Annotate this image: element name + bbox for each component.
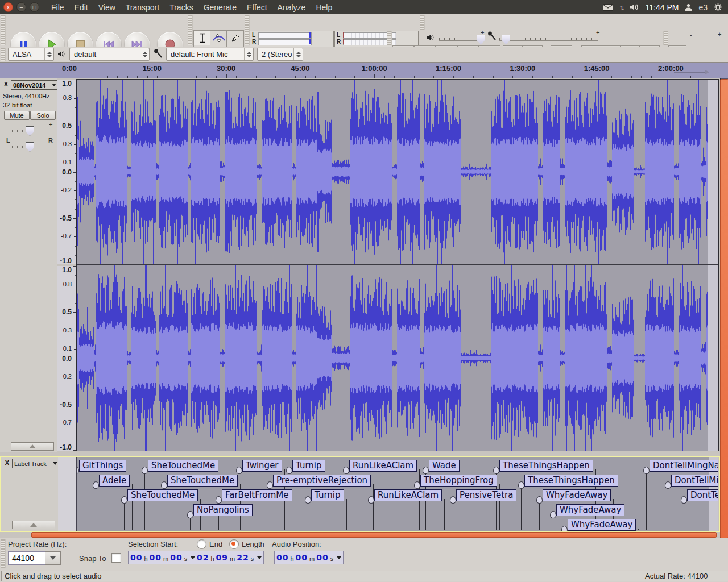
horizontal-scrollbar[interactable]: [31, 532, 717, 538]
snap-to-checkbox[interactable]: [111, 553, 121, 563]
label-handle[interactable]: [216, 496, 222, 504]
selection-toolbar-grip[interactable]: [1, 539, 6, 568]
waveform-channel-left[interactable]: [77, 80, 708, 264]
label-handle[interactable]: [423, 467, 429, 474]
label-handle[interactable]: [368, 496, 374, 504]
menu-help[interactable]: Help: [311, 3, 337, 12]
vertical-scale-ruler[interactable]: 1.00.80.50.30.10.0-0.2-0.5-0.7-1.0: [57, 80, 77, 264]
label[interactable]: RunLikeAClam: [374, 489, 442, 501]
label[interactable]: Adele: [99, 475, 130, 487]
label-handle[interactable]: [305, 496, 311, 504]
clock[interactable]: 11:44 PM: [646, 3, 679, 12]
label-handle[interactable]: [561, 526, 568, 531]
label[interactable]: WhyFadeAway: [568, 519, 636, 531]
label-track-close-button[interactable]: X: [3, 459, 11, 467]
track-control-panel[interactable]: X 08Nov2014 Stereo, 44100Hz 32-bit float…: [0, 78, 57, 452]
project-rate-dropdown[interactable]: [46, 551, 61, 565]
label[interactable]: Turnip: [292, 460, 325, 472]
length-radio[interactable]: [229, 539, 239, 549]
track-collapse-button[interactable]: [11, 442, 54, 451]
label[interactable]: RunLikeAClam: [349, 460, 417, 472]
label[interactable]: DontTellMingNa: [650, 460, 718, 472]
label[interactable]: Wade: [429, 460, 460, 472]
label[interactable]: Twinger: [242, 460, 282, 472]
label[interactable]: SheTouchedMe: [167, 475, 238, 487]
label[interactable]: TheseThingsHappen: [524, 475, 618, 487]
label-handle[interactable]: [267, 481, 273, 489]
gain-slider-thumb[interactable]: [26, 126, 34, 136]
label[interactable]: Turnip: [311, 489, 344, 501]
label-handle[interactable]: [121, 496, 127, 504]
selection-tool-button[interactable]: [193, 30, 211, 46]
label[interactable]: WhyFadeAway: [543, 489, 611, 501]
label-handle[interactable]: [643, 467, 650, 474]
end-radio[interactable]: [197, 539, 206, 549]
vertical-scrollbar[interactable]: [720, 79, 728, 538]
output-volume-thumb[interactable]: [477, 35, 485, 44]
menu-analyze[interactable]: Analyze: [272, 3, 311, 12]
label[interactable]: DontTellMingNa: [687, 489, 718, 501]
label[interactable]: SheTouchedMe: [148, 460, 218, 472]
playback-device-select[interactable]: default: [69, 48, 150, 61]
envelope-tool-button[interactable]: [210, 30, 228, 46]
label-track-panel[interactable]: X Label Track: [1, 457, 59, 531]
input-volume-thumb[interactable]: [502, 35, 510, 44]
mail-icon[interactable]: [603, 4, 613, 11]
waveform-clip[interactable]: [76, 79, 719, 451]
pan-slider-thumb[interactable]: [26, 142, 34, 152]
label[interactable]: FarBeltFromMe: [222, 489, 292, 501]
label-track-name-menu[interactable]: Label Track: [12, 459, 60, 468]
project-rate-select[interactable]: 44100: [8, 551, 61, 565]
vertical-scale-ruler[interactable]: 1.00.80.50.30.10.0-0.2-0.5-0.7-1.0: [57, 266, 77, 451]
label-handle[interactable]: [414, 481, 420, 489]
label-handle[interactable]: [286, 467, 292, 474]
label-handle[interactable]: [187, 511, 193, 518]
label-area[interactable]: GitThingsSheTouchedMeTwingerTurnipRunLik…: [77, 457, 718, 531]
menu-tracks[interactable]: Tracks: [164, 3, 198, 12]
label-handle[interactable]: [518, 481, 524, 489]
menu-effect[interactable]: Effect: [242, 3, 272, 12]
device-toolbar-grip[interactable]: [1, 48, 6, 61]
input-volume-slider[interactable]: [499, 38, 598, 41]
time-field-dropdown-icon[interactable]: [257, 556, 262, 559]
label-handle[interactable]: [343, 467, 349, 474]
meter-toolbar-grip[interactable]: [245, 15, 250, 45]
label[interactable]: NoPangolins: [193, 504, 253, 516]
window-minimize-icon[interactable]: –: [16, 2, 26, 12]
selection-length-field[interactable]: 02h09m22s: [195, 551, 264, 564]
label-handle[interactable]: [142, 467, 148, 474]
window-maximize-icon[interactable]: □: [30, 2, 39, 12]
mute-button[interactable]: Mute: [4, 111, 30, 120]
label-track-collapse-button[interactable]: [12, 521, 55, 529]
label-handle[interactable]: [450, 496, 456, 504]
mixer-toolbar-grip[interactable]: [420, 15, 425, 30]
label[interactable]: TheHoppingFrog: [420, 475, 497, 487]
menu-generate[interactable]: Generate: [198, 3, 242, 12]
recording-device-select[interactable]: default: Front Mic: [166, 48, 254, 61]
menu-edit[interactable]: Edit: [69, 3, 93, 12]
label[interactable]: DontTellMingNa: [671, 475, 718, 487]
label-handle[interactable]: [665, 481, 671, 489]
timeline-ruler[interactable]: 0:0015:0030:0045:001:00:001:15:001:30:00…: [0, 63, 728, 79]
time-field-dropdown-icon[interactable]: [337, 556, 341, 559]
label-handle[interactable]: [93, 481, 99, 489]
audio-host-select[interactable]: ALSA: [8, 48, 54, 61]
audio-position-field[interactable]: 00h00m00s: [274, 551, 344, 564]
menu-file[interactable]: File: [46, 3, 69, 12]
menu-transport[interactable]: Transport: [121, 3, 164, 12]
label-handle[interactable]: [493, 467, 499, 474]
session-user[interactable]: e3: [698, 3, 708, 12]
label-track[interactable]: X Label Track GitThingsSheTouchedMeTwing…: [0, 456, 720, 532]
status-resize-grip[interactable]: [719, 571, 728, 581]
label-handle[interactable]: [681, 496, 687, 504]
solo-button[interactable]: Solo: [30, 111, 56, 120]
track-name-menu[interactable]: 08Nov2014: [11, 80, 59, 90]
edit-toolbar-grip[interactable]: [387, 31, 392, 45]
label[interactable]: Pre-emptiveRejection: [273, 475, 371, 487]
volume-icon[interactable]: [630, 3, 639, 11]
label-handle[interactable]: [550, 511, 556, 518]
track-close-button[interactable]: X: [2, 80, 10, 89]
label[interactable]: SheTouchedMe: [127, 489, 198, 501]
label-handle[interactable]: [236, 467, 242, 474]
window-close-icon[interactable]: x: [3, 2, 13, 12]
